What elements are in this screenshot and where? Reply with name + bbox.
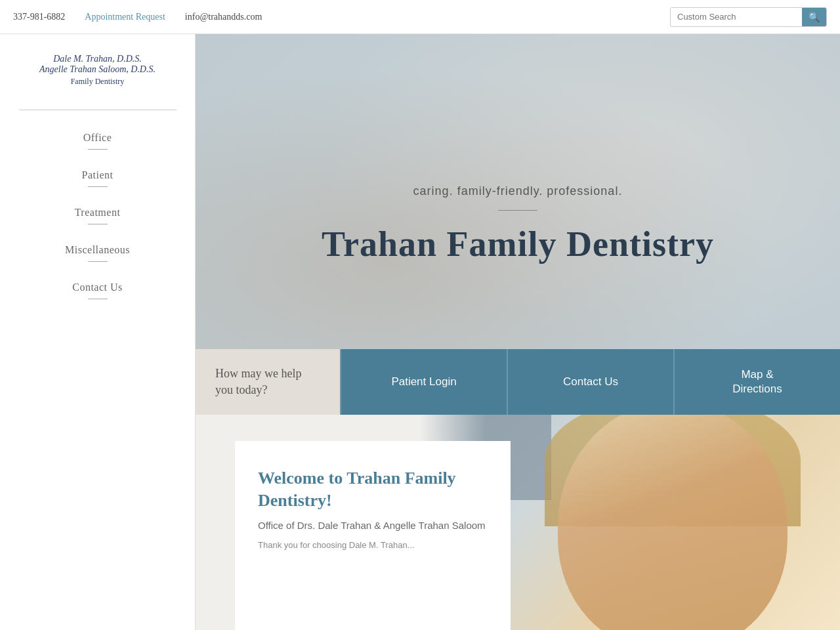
sidebar-item-office[interactable]: Office	[0, 120, 195, 158]
sidebar-item-label: Patient	[82, 169, 114, 180]
map-directions-button[interactable]: Map &Directions	[673, 349, 840, 415]
cta-buttons: Patient Login Contact Us Map &Directions	[340, 349, 840, 415]
sidebar-item-label: Office	[83, 132, 112, 143]
cta-bar: How may we help you today? Patient Login…	[196, 349, 840, 415]
top-bar-contact: 337-981-6882 Appointment Request info@tr…	[13, 12, 262, 22]
lower-section: Welcome to Trahan Family Dentistry! Offi…	[196, 415, 840, 630]
search-input[interactable]	[671, 9, 802, 25]
main-layout: Dale M. Trahan, D.D.S. Angelle Trahan Sa…	[0, 34, 840, 630]
logo-line2: Angelle Trahan Saloom, D.D.S.	[39, 64, 156, 75]
contact-us-button[interactable]: Contact Us	[507, 349, 673, 415]
hero-subtitle: caring. family-friendly. professional.	[413, 184, 623, 198]
content-area: caring. family-friendly. professional. T…	[196, 34, 840, 630]
top-bar: 337-981-6882 Appointment Request info@tr…	[0, 0, 840, 34]
sidebar-item-label: Treatment	[75, 207, 121, 218]
logo-divider	[19, 110, 177, 110]
appointment-link[interactable]: Appointment Request	[85, 12, 165, 22]
welcome-card: Welcome to Trahan Family Dentistry! Offi…	[235, 441, 511, 630]
hero-title: Trahan Family Dentistry	[322, 224, 714, 264]
logo-area: Dale M. Trahan, D.D.S. Angelle Trahan Sa…	[26, 47, 169, 100]
sidebar-item-label: Contact Us	[72, 282, 123, 293]
welcome-subtitle: Office of Drs. Dale Trahan & Angelle Tra…	[258, 520, 488, 531]
email-address: info@trahandds.com	[185, 12, 262, 22]
sidebar: Dale M. Trahan, D.D.S. Angelle Trahan Sa…	[0, 34, 196, 630]
sidebar-item-contact[interactable]: Contact Us	[0, 270, 195, 307]
search-button[interactable]: 🔍	[802, 8, 826, 26]
sidebar-item-treatment[interactable]: Treatment	[0, 195, 195, 232]
logo-line1: Dale M. Trahan, D.D.S.	[39, 54, 156, 64]
portrait-face	[558, 415, 788, 630]
hero-divider	[498, 210, 537, 211]
sidebar-item-patient[interactable]: Patient	[0, 158, 195, 195]
search-form: 🔍	[670, 7, 827, 27]
cta-question: How may we help you today?	[196, 349, 340, 415]
welcome-text: Thank you for choosing Dale M. Trahan...	[258, 539, 488, 552]
patient-login-button[interactable]: Patient Login	[340, 349, 507, 415]
logo-line3: Family Dentistry	[39, 77, 156, 87]
sidebar-item-label: Miscellaneous	[65, 244, 130, 255]
welcome-title: Welcome to Trahan Family Dentistry!	[258, 467, 488, 512]
sidebar-item-miscellaneous[interactable]: Miscellaneous	[0, 232, 195, 270]
hero-section: caring. family-friendly. professional. T…	[196, 34, 840, 415]
phone-number: 337-981-6882	[13, 12, 65, 22]
nav-menu: Office Patient Treatment Miscellaneous C…	[0, 120, 195, 307]
